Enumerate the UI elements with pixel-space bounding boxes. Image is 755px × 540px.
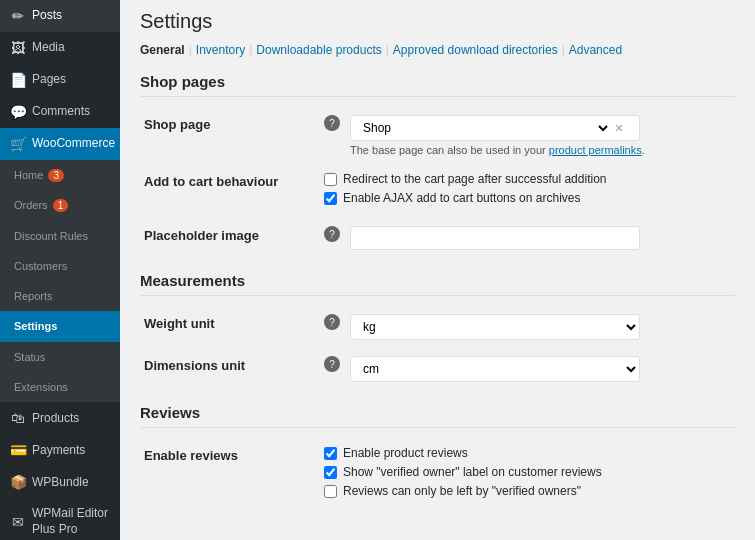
reviews-table: Enable reviews Enable product reviews Sh… [140,438,735,511]
sidebar-item-status[interactable]: Status [0,342,120,372]
reports-label: Reports [14,289,110,303]
wpbundle-label: WPBundle [32,475,110,491]
add-to-cart-row: Add to cart behaviour Redirect to the ca… [140,164,735,218]
products-label: Products [32,411,110,427]
enable-reviews-checkbox[interactable] [324,447,337,460]
add-to-cart-option-1: Redirect to the cart page after successf… [324,172,731,186]
extensions-label: Extensions [14,380,110,394]
shop-page-select[interactable]: Shop [351,116,611,140]
sidebar-item-media[interactable]: 🖼 Media [0,32,120,64]
main-content: Settings General | Inventory | Downloada… [120,0,755,540]
status-label: Status [14,350,110,364]
enable-reviews-label: Enable reviews [140,438,320,511]
tab-general[interactable]: General [140,43,185,57]
tab-approved[interactable]: Approved download directories [393,43,558,57]
redirect-label: Redirect to the cart page after successf… [343,172,606,186]
add-to-cart-label: Add to cart behaviour [140,164,320,218]
wpmail-icon: ✉ [10,514,26,530]
sidebar-item-wpbundle[interactable]: 📦 WPBundle [0,466,120,498]
sidebar-item-woocommerce[interactable]: 🛒 WooCommerce [0,128,120,160]
enable-reviews-label-1: Enable product reviews [343,446,468,460]
shop-pages-title: Shop pages [140,73,735,97]
placeholder-image-label: Placeholder image [140,218,320,258]
sidebar-item-products[interactable]: 🛍 Products [0,402,120,434]
dimensions-help-icon[interactable]: ? [324,356,340,372]
weight-unit-label: Weight unit [140,306,320,348]
add-to-cart-option-2: Enable AJAX add to cart buttons on archi… [324,191,731,205]
sidebar-item-orders[interactable]: Orders 1 [0,190,120,220]
weight-help-icon[interactable]: ? [324,314,340,330]
pages-icon: 📄 [10,72,26,88]
orders-badge: 1 [53,199,69,212]
sidebar-item-extensions[interactable]: Extensions [0,372,120,402]
only-verified-label: Reviews can only be left by "verified ow… [343,484,581,498]
dimensions-unit-row: Dimensions unit ? cm m mm in yd [140,348,735,390]
tab-inventory[interactable]: Inventory [196,43,245,57]
woo-submenu: Home 3 Orders 1 Discount Rules Customers… [0,160,120,402]
sidebar-item-discount-rules[interactable]: Discount Rules [0,221,120,251]
ajax-checkbox[interactable] [324,192,337,205]
weight-unit-select[interactable]: kg g lbs oz [350,314,640,340]
verified-owner-label: Show "verified owner" label on customer … [343,465,602,479]
sidebar-item-reports[interactable]: Reports [0,281,120,311]
tab-bar: General | Inventory | Downloadable produ… [140,43,735,57]
sidebar: ✏ Posts 🖼 Media 📄 Pages 💬 Comments 🛒 Woo… [0,0,120,540]
page-title: Settings [140,10,735,33]
payments-icon: 💳 [10,442,26,458]
sidebar-item-label: Comments [32,104,110,120]
weight-unit-row: Weight unit ? kg g lbs oz [140,306,735,348]
dimensions-unit-select[interactable]: cm m mm in yd [350,356,640,382]
discount-rules-label: Discount Rules [14,229,110,243]
payments-label: Payments [32,443,110,459]
sidebar-item-customers[interactable]: Customers [0,251,120,281]
sidebar-item-posts[interactable]: ✏ Posts [0,0,120,32]
tab-advanced[interactable]: Advanced [569,43,622,57]
ajax-label: Enable AJAX add to cart buttons on archi… [343,191,580,205]
placeholder-help-icon[interactable]: ? [324,226,340,242]
permalink-link[interactable]: product permalinks [549,144,642,156]
wpbundle-icon: 📦 [10,474,26,490]
shop-page-row: Shop page ? Shop × The bas [140,107,735,164]
enable-reviews-option-1: Enable product reviews [324,446,731,460]
placeholder-image-row: Placeholder image ? 9 [140,218,735,258]
media-icon: 🖼 [10,40,26,56]
sidebar-item-pages[interactable]: 📄 Pages [0,64,120,96]
home-badge: 3 [48,169,64,182]
sidebar-item-label: Pages [32,72,110,88]
sidebar-item-label: Posts [32,8,110,24]
customers-label: Customers [14,259,110,273]
sidebar-item-wpmail[interactable]: ✉ WPMail Editor Plus Pro [0,498,120,540]
shop-page-help-icon[interactable]: ? [324,115,340,131]
enable-reviews-option-3: Reviews can only be left by "verified ow… [324,484,731,498]
only-verified-checkbox[interactable] [324,485,337,498]
sidebar-item-settings[interactable]: Settings [0,311,120,341]
dimensions-unit-label: Dimensions unit [140,348,320,390]
measurements-title: Measurements [140,272,735,296]
verified-owner-checkbox[interactable] [324,466,337,479]
sidebar-item-payments[interactable]: 💳 Payments [0,434,120,466]
enable-reviews-option-2: Show "verified owner" label on customer … [324,465,731,479]
products-icon: 🛍 [10,410,26,426]
shop-page-label: Shop page [140,107,320,164]
redirect-checkbox[interactable] [324,173,337,186]
posts-icon: ✏ [10,8,26,24]
wpmail-label: WPMail Editor Plus Pro [32,506,110,537]
sidebar-item-label: WooCommerce [32,136,115,152]
comments-icon: 💬 [10,104,26,120]
sidebar-item-comments[interactable]: 💬 Comments [0,96,120,128]
shop-page-hint: The base page can also be used in your p… [350,144,645,156]
settings-label: Settings [14,319,110,333]
reviews-title: Reviews [140,404,735,428]
enable-reviews-row: Enable reviews Enable product reviews Sh… [140,438,735,511]
sidebar-item-label: Media [32,40,110,56]
woocommerce-icon: 🛒 [10,136,26,152]
placeholder-image-input[interactable]: 9 [350,226,640,250]
sidebar-item-home[interactable]: Home 3 [0,160,120,190]
tab-downloadable[interactable]: Downloadable products [256,43,381,57]
shop-page-clear[interactable]: × [611,120,627,136]
measurements-table: Weight unit ? kg g lbs oz Dimensions uni… [140,306,735,390]
shop-pages-table: Shop page ? Shop × The bas [140,107,735,258]
